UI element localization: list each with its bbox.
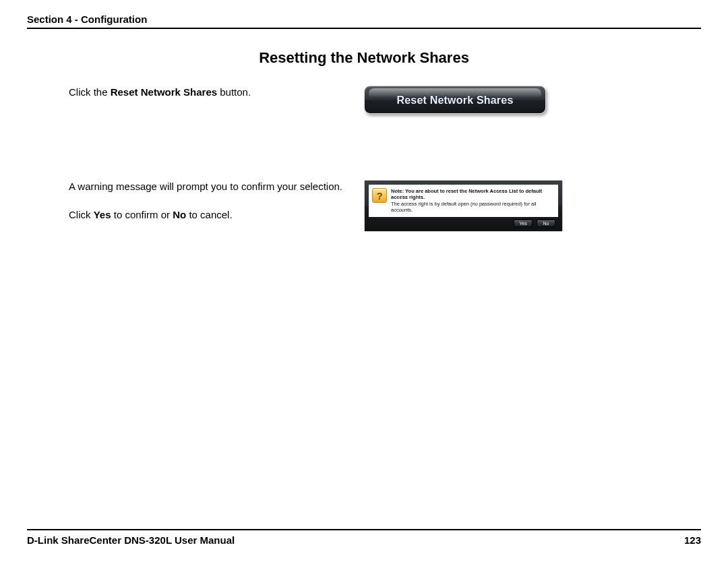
footer-page-number: 123: [684, 534, 701, 546]
confirm-dialog: ? Note: You are about to reset the Netwo…: [365, 181, 562, 231]
step-1-image: Reset Network Shares: [361, 86, 701, 114]
step2-line2: Click Yes to confirm or No to cancel.: [69, 208, 347, 222]
step-1-row: Click the Reset Network Shares button. R…: [27, 86, 701, 114]
dialog-text: Note: You are about to reset the Network…: [391, 188, 554, 214]
step-2-image: ? Note: You are about to reset the Netwo…: [361, 180, 701, 232]
step2-l2-mid: to confirm or: [111, 209, 173, 220]
dialog-line2: The access right is by default open (no …: [391, 201, 537, 213]
step2-l2-pre: Click: [69, 209, 94, 220]
section-header: Section 4 - Configuration: [27, 13, 701, 29]
confirm-dialog-screenshot: ? Note: You are about to reset the Netwo…: [364, 180, 563, 232]
question-icon: ?: [372, 188, 387, 203]
step1-pre: Click the: [69, 86, 111, 98]
dialog-button-row: Yes No: [369, 217, 558, 228]
step-1-text: Click the Reset Network Shares button.: [27, 86, 361, 99]
step2-l2-b2: No: [173, 209, 186, 220]
dialog-note-label: Note:: [391, 188, 404, 194]
page-title: Resetting the Network Shares: [27, 49, 701, 67]
step1-bold: Reset Network Shares: [111, 86, 217, 98]
footer-manual-title: D-Link ShareCenter DNS-320L User Manual: [27, 534, 235, 546]
page-footer: D-Link ShareCenter DNS-320L User Manual …: [27, 529, 701, 546]
step2-line1: A warning message will prompt you to con…: [69, 180, 347, 193]
step2-l2-post: to cancel.: [186, 209, 232, 220]
dialog-no-button[interactable]: No: [537, 220, 555, 227]
dialog-line1-rest: You are about to reset the Network Acces…: [391, 188, 542, 200]
manual-page: Section 4 - Configuration Resetting the …: [0, 0, 728, 562]
reset-network-shares-button[interactable]: Reset Network Shares: [364, 86, 546, 114]
step-2-text: A warning message will prompt you to con…: [27, 180, 361, 222]
dialog-body: ? Note: You are about to reset the Netwo…: [369, 185, 558, 217]
step1-post: button.: [217, 86, 251, 98]
dialog-yes-button[interactable]: Yes: [514, 220, 533, 227]
reset-button-label: Reset Network Shares: [397, 94, 514, 106]
step-2-row: A warning message will prompt you to con…: [27, 180, 701, 232]
reset-button-screenshot: Reset Network Shares: [364, 86, 546, 114]
step2-l2-b1: Yes: [94, 209, 111, 220]
